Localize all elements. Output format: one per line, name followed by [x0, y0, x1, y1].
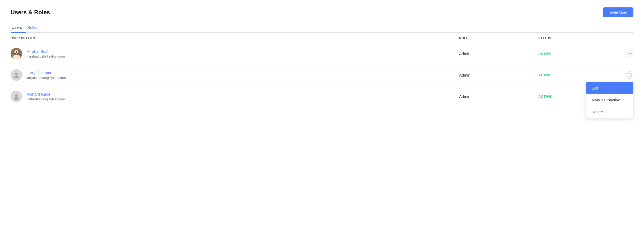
role-cell: Admin	[459, 51, 538, 56]
dropdown-mark-inactive[interactable]: Mark as Inactive	[586, 94, 633, 106]
invite-user-button[interactable]: Invite User	[603, 7, 633, 17]
row-action-button[interactable]	[626, 50, 633, 57]
user-email: mirabaibush@zylker.com	[26, 54, 65, 58]
user-name: Mirabai Bush	[26, 49, 65, 54]
user-name: Larry Coleman	[26, 70, 66, 75]
user-details-cell: Richard Kagel richardkagel@zylker.com	[11, 91, 459, 102]
page-title: Users & Roles	[11, 9, 50, 16]
svg-point-16	[15, 94, 18, 97]
column-header-user-details: USER DETAILS	[11, 36, 459, 40]
user-name: Richard Kagel	[26, 92, 65, 96]
dropdown-delete[interactable]: Delete	[586, 106, 633, 118]
role-cell: Admin	[459, 94, 538, 99]
tab-users[interactable]: Users	[11, 22, 26, 33]
table-row: Mirabai Bush mirabaibush@zylker.com Admi…	[11, 43, 633, 64]
svg-point-11	[14, 76, 19, 78]
page-header: Users & Roles Invite User	[11, 7, 633, 17]
svg-point-10	[15, 73, 18, 76]
user-details-cell: Mirabai Bush mirabaibush@zylker.com	[11, 48, 459, 59]
action-cell: Edit Mark as Inactive Delete	[618, 71, 633, 79]
avatar	[11, 48, 22, 59]
avatar-placeholder	[11, 91, 22, 102]
table-row: Richard Kagel richardkagel@zylker.com Ad…	[11, 86, 633, 107]
table-row: Larry Coleman larrycoleman@zylker.com Ad…	[11, 64, 633, 86]
page-container: Users & Roles Invite User Users Roles US…	[0, 0, 644, 235]
tabs-container: Users Roles	[11, 22, 633, 33]
table-header: USER DETAILS ROLE STATUS	[11, 33, 633, 43]
status-cell: ACTIVE	[538, 52, 618, 56]
row-action-button[interactable]	[626, 71, 633, 79]
column-header-role: ROLE	[459, 36, 538, 40]
user-email: richardkagel@zylker.com	[26, 97, 65, 101]
user-info: Mirabai Bush mirabaibush@zylker.com	[26, 49, 65, 58]
user-info: Larry Coleman larrycoleman@zylker.com	[26, 70, 66, 80]
role-cell: Admin	[459, 73, 538, 77]
user-details-cell: Larry Coleman larrycoleman@zylker.com	[11, 69, 459, 81]
dropdown-menu: Edit Mark as Inactive Delete	[586, 82, 633, 118]
avatar-placeholder	[11, 69, 22, 81]
dropdown-edit[interactable]: Edit	[586, 82, 633, 94]
status-cell: ACTIVE	[538, 73, 618, 77]
tab-roles[interactable]: Roles	[26, 22, 41, 33]
action-cell	[618, 50, 633, 57]
user-email: larrycoleman@zylker.com	[26, 76, 66, 80]
svg-point-17	[14, 97, 19, 100]
column-header-actions	[618, 36, 633, 40]
column-header-status: STATUS	[538, 36, 618, 40]
user-info: Richard Kagel richardkagel@zylker.com	[26, 92, 65, 101]
